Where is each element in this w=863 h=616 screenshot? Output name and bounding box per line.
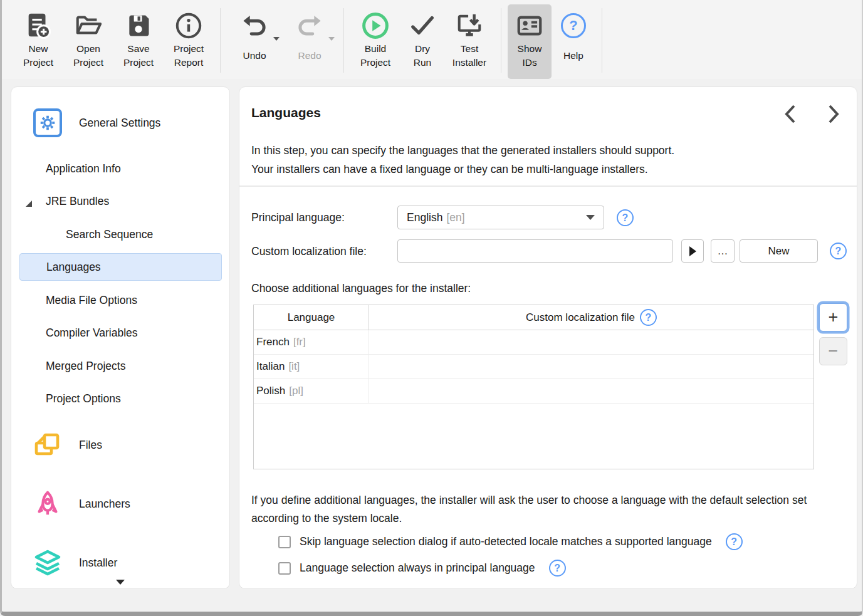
skip-language-selection-row: Skip language selection dialog if auto-d… xyxy=(278,533,743,550)
sidebar-item-label: Languages xyxy=(46,261,101,274)
sidebar-item-label: Files xyxy=(79,439,102,452)
language-selection-principal-checkbox[interactable] xyxy=(278,562,291,575)
file-cell[interactable] xyxy=(369,379,813,403)
undo-label: Undo xyxy=(243,49,266,63)
skip-language-selection-help-icon[interactable]: ? xyxy=(726,533,743,550)
redo-icon xyxy=(295,9,324,42)
build-play-icon xyxy=(361,9,390,42)
new-button-label: New xyxy=(768,245,789,258)
custom-localization-help-icon[interactable]: ? xyxy=(830,243,847,259)
selected-language-code: [en] xyxy=(446,211,464,224)
files-icon xyxy=(33,430,63,460)
undo-dropdown-arrow[interactable] xyxy=(273,37,280,41)
show-ids-button[interactable]: ShowIDs xyxy=(508,4,552,79)
additional-languages-table: Language Custom localization file ? Fren… xyxy=(253,305,814,469)
redo-label: Redo xyxy=(298,49,321,63)
sidebar-item-launchers[interactable]: Launchers xyxy=(11,490,229,518)
table-row[interactable]: Italian [it] xyxy=(254,355,813,379)
sidebar-item-general-settings[interactable]: General Settings xyxy=(11,109,229,137)
sidebar-item-jre-bundles[interactable]: JRE Bundles xyxy=(11,187,229,215)
help-icon: ? xyxy=(561,9,586,42)
play-icon xyxy=(689,246,696,256)
nav-forward-button[interactable] xyxy=(824,103,843,125)
open-project-button[interactable]: OpenProject xyxy=(63,4,113,79)
principal-language-help-icon[interactable]: ? xyxy=(617,209,634,226)
principal-language-select[interactable]: English [en] xyxy=(397,206,604,229)
tree-expanded-icon[interactable] xyxy=(25,197,33,211)
project-report-label: ProjectReport xyxy=(174,42,204,70)
nav-back-button[interactable] xyxy=(781,103,800,125)
sidebar-item-label: Application Info xyxy=(46,162,121,175)
new-localization-button[interactable]: New xyxy=(740,239,818,263)
sidebar-item-label: Media File Options xyxy=(46,294,137,307)
principal-language-label: Principal language: xyxy=(251,211,345,224)
add-language-button[interactable]: + xyxy=(819,303,847,331)
remove-language-button[interactable]: − xyxy=(819,337,847,365)
browse-localization-button[interactable]: … xyxy=(711,239,735,263)
help-label: Help xyxy=(563,49,583,63)
sidebar-item-files[interactable]: Files xyxy=(11,431,229,459)
id-card-icon xyxy=(515,9,544,42)
sidebar-item-label: Installer xyxy=(79,556,117,570)
undo-icon xyxy=(240,9,269,42)
sidebar-item-label: Launchers xyxy=(79,498,130,511)
toolbar-separator xyxy=(501,8,501,73)
toolbar-separator xyxy=(343,8,344,73)
column-header-custom-localization-file[interactable]: Custom localization file ? xyxy=(369,305,813,330)
build-project-button[interactable]: BuildProject xyxy=(350,4,400,79)
table-row[interactable]: Polish [pl] xyxy=(254,379,813,404)
sidebar-item-label: General Settings xyxy=(79,117,160,130)
custom-localization-label: Custom localization file: xyxy=(251,245,367,258)
language-selection-principal-help-icon[interactable]: ? xyxy=(549,560,566,577)
table-header: Language Custom localization file ? xyxy=(254,305,813,330)
chevron-down-icon xyxy=(586,215,595,220)
sidebar-item-media-file-options[interactable]: Media File Options xyxy=(11,286,229,314)
dry-run-label: DryRun xyxy=(414,42,431,70)
table-row[interactable]: French [fr] xyxy=(254,330,813,355)
rocket-icon xyxy=(33,489,63,519)
sidebar-item-merged-projects[interactable]: Merged Projects xyxy=(11,352,229,380)
test-installer-button[interactable]: TestInstaller xyxy=(444,4,494,79)
open-folder-icon xyxy=(74,9,103,42)
sidebar-item-installer[interactable]: Installer xyxy=(11,549,229,577)
sidebar-item-application-info[interactable]: Application Info xyxy=(11,155,229,182)
save-project-button[interactable]: SaveProject xyxy=(113,4,164,79)
toolbar-separator xyxy=(602,8,602,73)
redo-button[interactable]: Redo xyxy=(282,4,337,79)
project-report-button[interactable]: ProjectReport xyxy=(164,4,214,79)
show-ids-label: ShowIDs xyxy=(518,42,542,70)
sidebar-item-project-options[interactable]: Project Options xyxy=(11,385,229,412)
page-title: Languages xyxy=(251,105,321,120)
new-project-label: NewProject xyxy=(23,42,53,70)
language-cell: Italian [it] xyxy=(254,355,369,378)
open-localization-button[interactable] xyxy=(681,239,704,263)
sidebar-item-search-sequence[interactable]: Search Sequence xyxy=(11,221,229,248)
checkbox-label: Skip language selection dialog if auto-d… xyxy=(300,535,712,548)
dry-run-button[interactable]: DryRun xyxy=(400,4,444,79)
app-window: NewProject OpenProject xyxy=(0,0,863,616)
selected-language: English xyxy=(407,211,442,224)
help-button[interactable]: ? Help xyxy=(552,4,595,79)
new-project-button[interactable]: NewProject xyxy=(13,4,63,79)
open-project-label: OpenProject xyxy=(73,42,103,70)
sidebar-scroll-down-icon[interactable] xyxy=(116,580,125,585)
gear-icon xyxy=(33,108,63,138)
sidebar-item-label: Project Options xyxy=(46,392,121,405)
file-cell[interactable] xyxy=(369,355,813,378)
new-project-icon xyxy=(24,9,53,42)
toolbar: NewProject OpenProject xyxy=(2,0,862,79)
divider xyxy=(239,185,857,187)
sidebar-item-compiler-variables[interactable]: Compiler Variables xyxy=(11,319,229,347)
ellipsis-label: … xyxy=(718,245,728,258)
column-header-language[interactable]: Language xyxy=(254,305,369,330)
additional-languages-caption: Choose additional languages for the inst… xyxy=(251,282,471,295)
skip-language-selection-checkbox[interactable] xyxy=(278,536,291,548)
table-header-help-icon[interactable]: ? xyxy=(640,309,657,326)
sidebar-item-label: Merged Projects xyxy=(46,360,125,373)
undo-button[interactable]: Undo xyxy=(227,4,282,79)
file-cell[interactable] xyxy=(369,330,813,354)
language-cell: Polish [pl] xyxy=(254,379,369,403)
sidebar-item-languages[interactable]: Languages xyxy=(19,253,222,281)
monitor-download-icon xyxy=(455,9,484,42)
custom-localization-input[interactable] xyxy=(397,239,673,263)
